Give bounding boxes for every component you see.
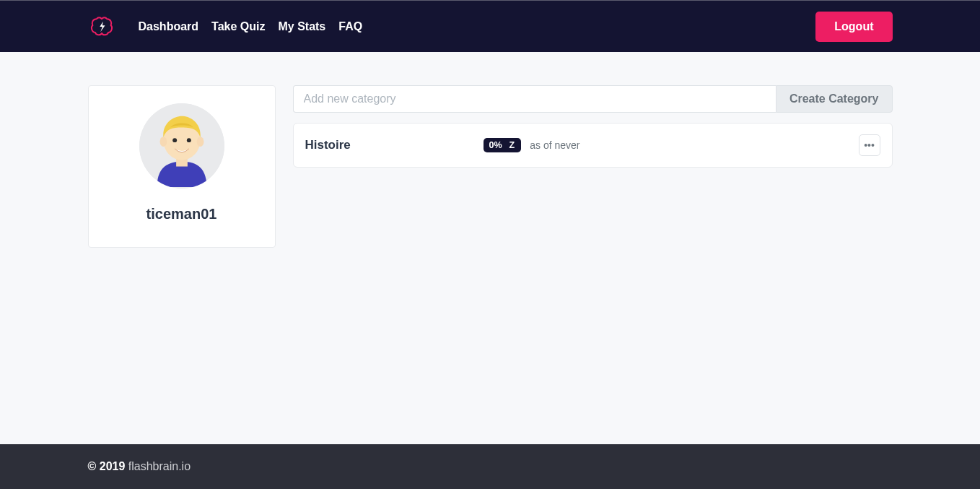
nav-my-stats[interactable]: My Stats	[278, 20, 325, 33]
nav-faq[interactable]: FAQ	[338, 20, 362, 33]
navbar: Dashboard Take Quiz My Stats FAQ Logout	[0, 0, 980, 52]
progress-flag: Z	[509, 140, 515, 150]
logout-button[interactable]: Logout	[815, 12, 892, 42]
svg-point-5	[172, 138, 177, 142]
svg-point-3	[159, 137, 167, 147]
as-of-text: as of never	[530, 139, 579, 151]
progress-percent: 0%	[489, 140, 502, 150]
add-category-form: Create Category	[293, 85, 893, 113]
nav-take-quiz[interactable]: Take Quiz	[211, 20, 265, 33]
nav-dashboard[interactable]: Dashboard	[139, 20, 199, 33]
create-category-button[interactable]: Create Category	[776, 85, 893, 113]
footer: © 2019 flashbrain.io	[0, 444, 980, 489]
svg-point-6	[186, 138, 191, 142]
category-name[interactable]: Histoire	[305, 138, 475, 152]
content-column: Create Category Histoire 0% Z as of neve…	[293, 85, 893, 168]
brain-bolt-icon	[89, 14, 115, 40]
svg-point-4	[196, 137, 204, 147]
avatar	[139, 103, 224, 189]
footer-site: flashbrain.io	[128, 460, 191, 472]
category-name-input[interactable]	[293, 85, 776, 113]
profile-card: ticeman01	[88, 85, 276, 248]
logo[interactable]	[88, 13, 115, 40]
main-content: ticeman01 Create Category Histoire 0% Z …	[0, 52, 980, 444]
footer-copyright: © 2019	[88, 460, 128, 472]
ellipsis-icon: •••	[864, 140, 875, 150]
category-row: Histoire 0% Z as of never •••	[293, 123, 893, 168]
category-menu-button[interactable]: •••	[859, 134, 880, 156]
progress-badge: 0% Z	[484, 138, 522, 152]
username: ticeman01	[103, 206, 261, 222]
